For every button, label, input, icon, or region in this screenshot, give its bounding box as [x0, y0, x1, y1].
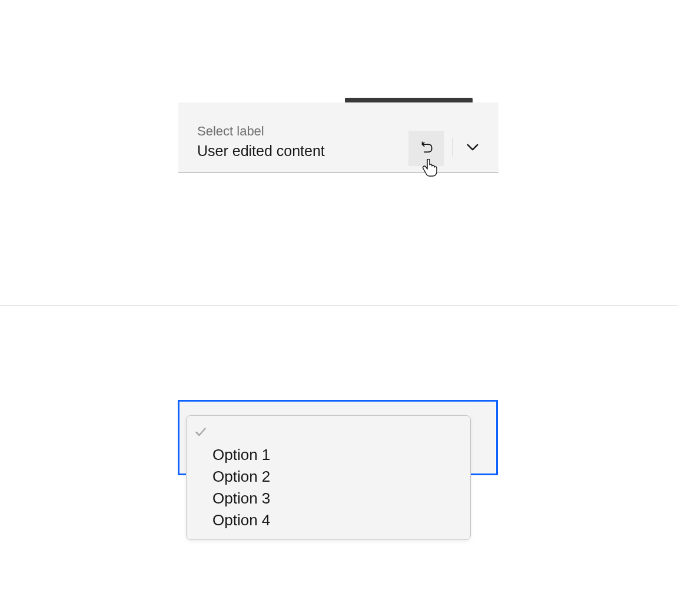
bottom-example-section: Option 1 Option 2 Option 3 Option 4	[0, 306, 678, 616]
checkmark-icon	[195, 426, 207, 441]
top-example-section: Revert to AI input Select label User edi…	[0, 0, 678, 305]
dropdown-toggle-button[interactable]	[458, 131, 487, 166]
select-label: Select label	[197, 124, 264, 139]
dropdown-option[interactable]: Option 1	[187, 444, 470, 466]
dropdown-menu: Option 1 Option 2 Option 3 Option 4	[186, 415, 471, 540]
dropdown-option[interactable]: Option 2	[187, 466, 470, 488]
dropdown-option[interactable]: Option 3	[187, 488, 470, 509]
revert-button[interactable]	[408, 131, 444, 166]
dropdown-option[interactable]: Option 4	[187, 509, 470, 531]
select-value: User edited content	[197, 143, 325, 160]
undo-icon	[418, 140, 434, 157]
select-field[interactable]: Select label User edited content	[178, 102, 498, 173]
chevron-down-icon	[466, 141, 479, 156]
button-divider	[453, 138, 453, 157]
